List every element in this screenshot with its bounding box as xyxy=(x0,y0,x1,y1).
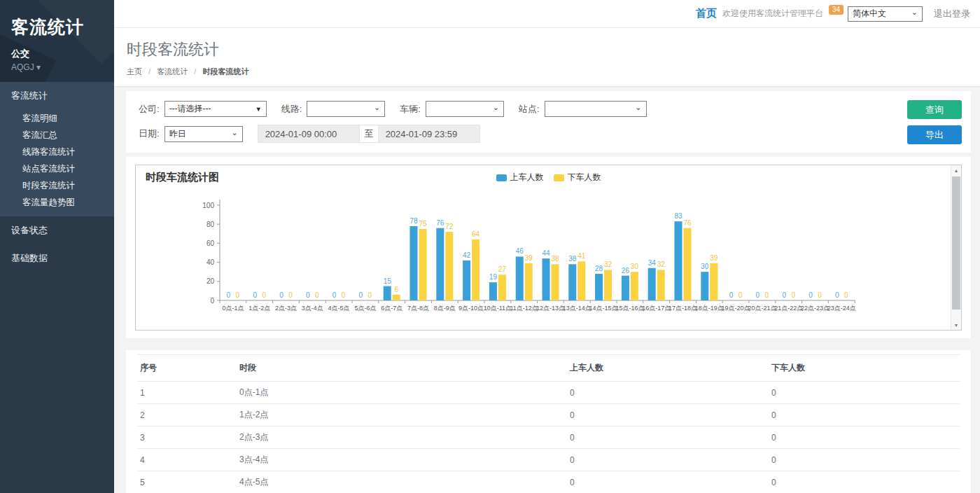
bar-value-board: 0 xyxy=(227,291,231,299)
date-end-input[interactable] xyxy=(378,125,480,143)
x-tick-label: 10点-11点 xyxy=(484,305,512,312)
content-area: 公司: ---请选择--- ▼ 线路: ⌄ 车 xyxy=(114,87,980,493)
table-cell: 0 xyxy=(567,404,769,426)
chart-scrollbar[interactable]: ▲ ▼ xyxy=(951,165,961,330)
station-select[interactable]: ⌄ xyxy=(545,101,647,117)
legend-label-alight: 下车人数 xyxy=(568,172,601,183)
x-tick-label: 6点-7点 xyxy=(381,305,402,312)
date-start-input[interactable] xyxy=(258,125,360,143)
bar-value-alight: 32 xyxy=(657,261,666,268)
vehicle-select[interactable]: ⌄ xyxy=(426,101,504,117)
sidebar-subitem[interactable]: 客流明细 xyxy=(0,110,114,127)
x-tick-label: 2点-3点 xyxy=(275,305,297,312)
x-tick-label: 0点-1点 xyxy=(222,305,244,312)
bar-value-alight: 0 xyxy=(791,291,795,299)
scroll-thumb[interactable] xyxy=(952,176,960,310)
legend-item-board[interactable]: 上车人数 xyxy=(496,172,544,183)
bar-board xyxy=(622,276,629,300)
notification-badge[interactable]: 34 xyxy=(829,5,844,15)
chevron-down-icon: ⌄ xyxy=(493,103,499,112)
line-select[interactable]: ⌄ xyxy=(307,101,385,117)
date-preset-select[interactable]: 昨日 ⌄ xyxy=(164,126,243,142)
bar-board xyxy=(595,274,603,300)
sidebar-subitem[interactable]: 客流量趋势图 xyxy=(0,194,114,211)
bar-value-alight: 41 xyxy=(578,252,586,260)
table-cell: 1 xyxy=(137,382,237,404)
table-row: 43点-4点00 xyxy=(137,449,960,471)
breadcrumb-separator: / xyxy=(148,67,150,76)
table-cell: 3 xyxy=(137,426,237,449)
sidebar-subitem-current[interactable]: 时段客流统计 xyxy=(0,177,114,194)
table-row: 32点-3点00 xyxy=(137,426,960,449)
table-cell: 4点-5点 xyxy=(237,471,567,493)
sidebar-item-base-data[interactable]: 基础数据 xyxy=(0,244,114,272)
x-tick-label: 20点-21点 xyxy=(748,305,776,312)
x-tick-label: 22点-23点 xyxy=(801,305,830,312)
y-tick-label: 0 xyxy=(210,297,214,305)
sidebar-item-passenger-stats[interactable]: 客流统计 xyxy=(0,82,114,110)
scroll-down-icon[interactable]: ▼ xyxy=(951,320,961,330)
home-link[interactable]: 首页 xyxy=(696,7,717,20)
caret-down-icon: ▾ xyxy=(36,62,41,72)
y-tick-label: 20 xyxy=(206,277,215,285)
export-button[interactable]: 导出 xyxy=(907,125,962,144)
table-row: 10点-1点00 xyxy=(137,382,960,404)
breadcrumb-passenger-stats[interactable]: 客流统计 xyxy=(157,67,188,76)
bar-value-alight: 38 xyxy=(551,255,559,263)
language-select[interactable]: 简体中文 ⌄ xyxy=(848,6,923,22)
bar-value-board: 0 xyxy=(782,291,786,299)
filter-panel: 公司: ---请选择--- ▼ 线路: ⌄ 车 xyxy=(126,91,971,153)
bar-value-board: 0 xyxy=(835,291,839,299)
x-tick-label: 8点-9点 xyxy=(434,305,456,312)
breadcrumb-current: 时段客流统计 xyxy=(202,67,248,76)
bar-board xyxy=(648,268,656,300)
bar-board xyxy=(384,286,391,300)
table-row: 54点-5点00 xyxy=(137,471,960,493)
station-filter: 站点: ⌄ xyxy=(519,101,647,117)
sidebar-subitem[interactable]: 线路客流统计 xyxy=(0,144,114,160)
date-range-to-label: 至 xyxy=(360,125,378,143)
company-select[interactable]: ---请选择--- ▼ xyxy=(164,101,267,117)
x-tick-label: 11点-12点 xyxy=(510,305,538,312)
sidebar-subitem[interactable]: 客流汇总 xyxy=(0,127,114,144)
legend-item-alight[interactable]: 下车人数 xyxy=(554,172,601,183)
main-area: 首页 欢迎使用客流统计管理平台 34 简体中文 ⌄ 退出登录 时段客流统计 主页… xyxy=(114,0,980,493)
table-cell: 0 xyxy=(567,471,769,493)
topbar: 首页 欢迎使用客流统计管理平台 34 简体中文 ⌄ 退出登录 xyxy=(114,0,980,28)
col-header-index: 序号 xyxy=(137,355,237,382)
bar-value-board: 0 xyxy=(332,291,337,299)
col-header-alight: 下车人数 xyxy=(769,355,960,382)
y-tick-label: 40 xyxy=(206,258,215,266)
table-header-row: 序号 时段 上车人数 下车人数 xyxy=(137,355,960,382)
bar-value-board: 0 xyxy=(756,291,760,299)
user-dropdown[interactable]: AQGJ ▾ xyxy=(11,62,103,72)
table-cell: 1点-2点 xyxy=(237,404,567,426)
bar-value-alight: 75 xyxy=(419,220,427,228)
sidebar-item-device-status[interactable]: 设备状态 xyxy=(0,216,114,244)
dropdown-arrow-icon: ▼ xyxy=(255,106,262,113)
logout-link[interactable]: 退出登录 xyxy=(934,8,970,20)
scroll-up-icon[interactable]: ▲ xyxy=(951,165,961,175)
sidebar-subitem[interactable]: 站点客流统计 xyxy=(0,160,114,177)
bar-value-alight: 0 xyxy=(368,291,372,299)
org-name: 公交 xyxy=(11,48,103,60)
bar-board xyxy=(436,228,444,300)
breadcrumb-home[interactable]: 主页 xyxy=(127,67,142,76)
bar-value-board: 30 xyxy=(701,263,709,270)
filter-row-1: 公司: ---请选择--- ▼ 线路: ⌄ 车 xyxy=(139,101,894,117)
breadcrumb-separator: / xyxy=(194,67,196,76)
x-tick-label: 19点-20点 xyxy=(722,305,750,312)
query-button[interactable]: 查询 xyxy=(907,100,962,119)
col-header-board: 上车人数 xyxy=(567,355,769,382)
bar-value-alight: 0 xyxy=(818,291,822,299)
table-cell: 3点-4点 xyxy=(237,449,567,471)
bar-value-board: 83 xyxy=(674,212,682,220)
x-tick-label: 13点-14点 xyxy=(563,305,592,312)
sidebar: 客流统计 公交 AQGJ ▾ 客流统计 客流明细客流汇总线路客流统计站点客流统计… xyxy=(0,0,114,493)
x-tick-label: 4点-5点 xyxy=(328,305,350,312)
bar-value-alight: 6 xyxy=(394,286,398,293)
bar-value-board: 0 xyxy=(808,291,813,299)
bar-alight xyxy=(552,264,559,300)
company-filter: 公司: ---请选择--- ▼ xyxy=(139,101,267,117)
x-tick-label: 15点-16点 xyxy=(615,305,644,312)
